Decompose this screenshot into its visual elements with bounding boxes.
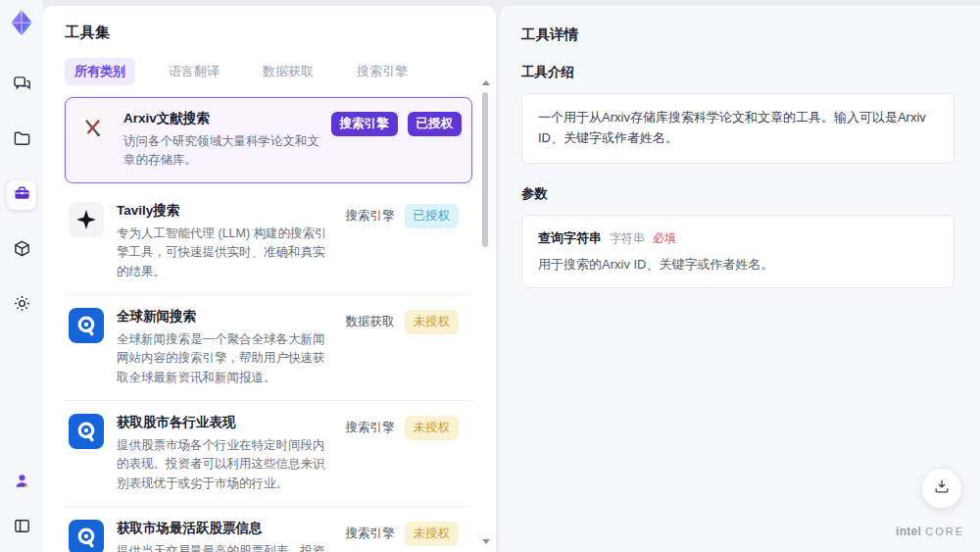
chat-icon xyxy=(13,75,31,97)
tool-category-badge: 搜索引擎 xyxy=(331,112,398,136)
tool-card[interactable]: Arxiv文献搜索 访问各个研究领域大量科学论文和文章的存储库。 搜索引擎 已授… xyxy=(65,97,472,183)
news-search-logo xyxy=(69,308,104,343)
param-name: 查询字符串 xyxy=(538,229,602,247)
tools-panel: 工具集 所有类别语言翻译数据获取搜索引擎 Arxiv文献搜索 访问各个研究领域大… xyxy=(43,6,496,552)
param-card: 查询字符串 字符串 必填 用于搜索的Arxiv ID、关键字或作者姓名。 xyxy=(521,215,955,288)
intro-text: 一个用于从Arxiv存储库搜索科学论文和文章的工具。输入可以是Arxiv ID、… xyxy=(538,108,938,149)
sidebar-item-folder[interactable] xyxy=(7,125,36,155)
news-search-logo xyxy=(69,520,104,552)
list-scrollbar[interactable] xyxy=(480,80,490,544)
tab-2[interactable]: 语言翻译 xyxy=(159,58,229,85)
tool-category-badge: 数据获取 xyxy=(346,314,395,330)
tool-list: Arxiv文献搜索 访问各个研究领域大量科学论文和文章的存储库。 搜索引擎 已授… xyxy=(65,97,472,552)
sidebar-item-settings[interactable] xyxy=(7,290,36,320)
params-heading: 参数 xyxy=(521,185,955,203)
download-button[interactable] xyxy=(921,468,962,509)
folder-icon xyxy=(13,129,31,152)
tool-category-badge: 搜索引擎 xyxy=(346,420,395,436)
app-logo-icon xyxy=(7,8,36,37)
tab-3[interactable]: 数据获取 xyxy=(253,58,323,85)
tool-description: 专为人工智能代理 (LLM) 构建的搜索引擎工具，可快速提供实时、准确和真实的结… xyxy=(117,225,336,281)
gear-icon xyxy=(13,294,31,317)
tool-status-badge: 未授权 xyxy=(405,416,460,440)
panel-toggle-icon xyxy=(13,517,31,539)
sparkle-logo xyxy=(69,202,104,237)
tool-category-badge: 搜索引擎 xyxy=(346,208,395,225)
panel-toggle-button[interactable] xyxy=(7,513,36,542)
category-tabs: 所有类别语言翻译数据获取搜索引擎 xyxy=(65,58,472,85)
arxiv-logo xyxy=(75,110,111,145)
tool-status-badge: 未授权 xyxy=(405,522,460,546)
tool-description: 提供当天交易量最高的股票列表。投资者可以利用这些信息来识别流动性强的股票和潜在的… xyxy=(117,542,336,552)
tool-description: 全球新闻搜索是一个聚合全球各大新闻网站内容的搜索引擎，帮助用户快速获取全球最新资… xyxy=(117,330,336,387)
tool-name: Tavily搜索 xyxy=(117,202,336,220)
param-required-badge: 必填 xyxy=(653,230,676,247)
cube-icon xyxy=(13,239,31,262)
tool-card[interactable]: 获取市场最活跃股票信息 提供当天交易量最高的股票列表。投资者可以利用这些信息来识… xyxy=(65,507,472,552)
tab-1[interactable]: 所有类别 xyxy=(65,58,135,85)
tab-4[interactable]: 搜索引擎 xyxy=(347,58,417,85)
toolbox-icon xyxy=(13,184,31,207)
avatar-icon xyxy=(13,472,31,494)
scroll-down-arrow[interactable] xyxy=(482,539,490,544)
tool-description: 提供股票市场各个行业在特定时间段内的表现。投资者可以利用这些信息来识别表现优于或… xyxy=(117,436,336,493)
param-desc: 用于搜索的Arxiv ID、关键字或作者姓名。 xyxy=(538,256,938,274)
scrollbar-thumb[interactable] xyxy=(482,92,488,247)
scroll-up-arrow[interactable] xyxy=(482,80,490,85)
tool-name: 获取市场最活跃股票信息 xyxy=(117,520,336,537)
tool-name: Arxiv文献搜索 xyxy=(123,110,321,127)
intel-core-logo: intel core xyxy=(896,525,964,538)
param-type: 字符串 xyxy=(610,230,645,247)
tool-card[interactable]: 全球新闻搜索 全球新闻搜索是一个聚合全球各大新闻网站内容的搜索引擎，帮助用户快速… xyxy=(65,295,472,401)
tool-status-badge: 已授权 xyxy=(408,112,463,136)
tool-detail-panel: 工具详情 工具介绍 一个用于从Arxiv存储库搜索科学论文和文章的工具。输入可以… xyxy=(500,6,980,552)
sidebar-item-toolbox[interactable] xyxy=(7,180,36,210)
tool-status-badge: 已授权 xyxy=(405,204,460,228)
tool-name: 全球新闻搜索 xyxy=(117,308,336,326)
page-title: 工具集 xyxy=(65,24,472,42)
news-search-logo xyxy=(69,414,104,449)
tool-card[interactable]: Tavily搜索 专为人工智能代理 (LLM) 构建的搜索引擎工具，可快速提供实… xyxy=(65,189,472,295)
tool-category-badge: 搜索引擎 xyxy=(346,526,395,542)
tool-description: 访问各个研究领域大量科学论文和文章的存储库。 xyxy=(123,132,321,171)
tool-card[interactable]: 获取股市各行业表现 提供股票市场各个行业在特定时间段内的表现。投资者可以利用这些… xyxy=(65,401,472,507)
intro-heading: 工具介绍 xyxy=(521,64,955,81)
tool-name: 获取股市各行业表现 xyxy=(117,414,336,431)
download-icon xyxy=(933,477,951,499)
sidebar-item-chat[interactable] xyxy=(7,71,36,100)
intro-card: 一个用于从Arxiv存储库搜索科学论文和文章的工具。输入可以是Arxiv ID、… xyxy=(521,93,955,164)
user-avatar[interactable] xyxy=(7,468,36,497)
detail-title: 工具详情 xyxy=(521,25,955,44)
sidebar-item-models[interactable] xyxy=(7,235,36,265)
left-rail xyxy=(0,0,43,552)
tool-status-badge: 未授权 xyxy=(405,310,460,334)
